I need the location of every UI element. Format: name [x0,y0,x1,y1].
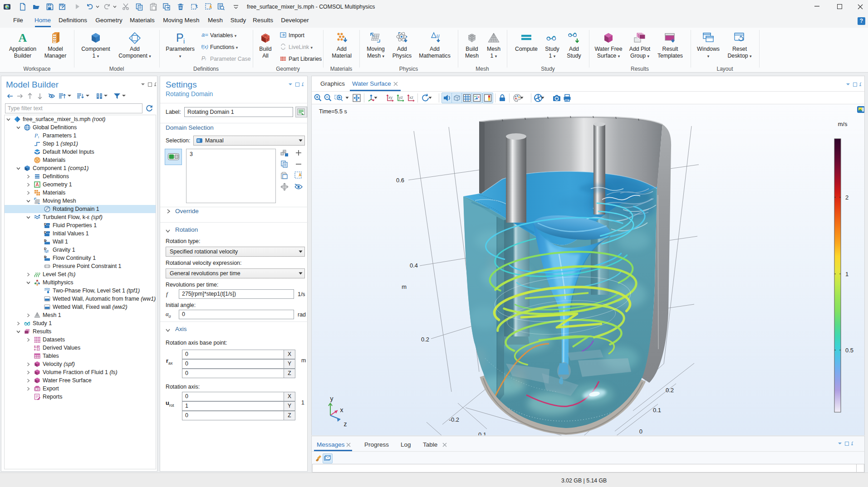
svg-text:f(x): f(x) [201,44,208,49]
svg-text:0.2: 0.2 [421,336,429,343]
svg-text:m: m [402,283,407,290]
svg-text:𝓛: 𝓛 [45,256,47,258]
svg-text:m/s: m/s [838,121,848,127]
svg-text:xz: xz [409,95,414,100]
svg-text:1: 1 [845,271,848,278]
svg-text:0.2: 0.2 [666,387,674,394]
svg-text:A: A [19,31,27,44]
svg-text:0.1: 0.1 [478,431,486,435]
svg-text:0.6: 0.6 [396,177,404,184]
svg-text:e-12: e-12 [34,348,40,351]
svg-text:0: 0 [639,428,642,435]
svg-text:P: P [176,31,184,44]
svg-text:y: y [330,395,333,402]
svg-text:P: P [34,132,38,139]
svg-text:0.5: 0.5 [845,347,853,354]
svg-text:a=: a= [201,32,208,38]
svg-text:0.4: 0.4 [410,262,418,269]
svg-text:2: 2 [845,194,848,201]
svg-text:yz: yz [399,95,403,100]
svg-text:xy: xy [388,95,393,100]
svg-text:z: z [344,420,347,428]
svg-text:i: i [38,135,39,139]
svg-text:0.1: 0.1 [653,407,661,414]
svg-text:𝓛: 𝓛 [45,239,47,242]
svg-text:Pi: Pi [201,55,206,62]
svg-text:u: u [436,33,440,39]
svg-text:x: x [340,406,343,414]
svg-text:i: i [183,38,185,44]
svg-text:D: D [44,247,47,251]
svg-text:-0.2: -0.2 [449,416,459,423]
